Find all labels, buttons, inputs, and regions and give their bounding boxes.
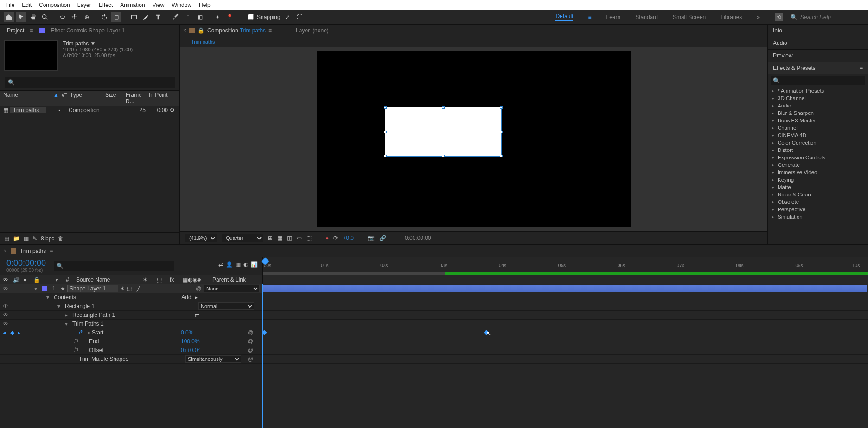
snapping-checkbox[interactable] xyxy=(248,14,254,20)
switch-icon-fx[interactable]: fx xyxy=(170,277,179,283)
keynav-prev[interactable]: ◂ xyxy=(3,329,8,336)
zoom-select[interactable]: (41.9%) xyxy=(185,234,217,242)
graph-editor-icon[interactable]: 📊 xyxy=(251,261,258,268)
twirl-icon[interactable]: ▾ xyxy=(57,303,63,309)
stopwatch-icon[interactable]: ⏱ xyxy=(73,347,80,353)
viewer-timecode[interactable]: 0:00:00:00 xyxy=(405,235,431,241)
blend-mode-select[interactable]: Normal xyxy=(198,302,254,310)
preset-boris[interactable]: Boris FX Mocha xyxy=(770,117,868,124)
snap-opt1-icon[interactable]: ⤢ xyxy=(282,12,293,22)
menu-animation[interactable]: Animation xyxy=(116,1,148,9)
menu-composition[interactable]: Composition xyxy=(35,1,74,9)
vf-mask-icon[interactable]: ◫ xyxy=(287,235,292,241)
ws-more-icon[interactable]: » xyxy=(757,14,760,20)
handle-tl[interactable] xyxy=(384,106,387,109)
switch-icon-2[interactable]: ⬚ xyxy=(157,277,166,283)
snapping-toggle[interactable]: Snapping ⤢ ⛶ xyxy=(248,12,305,22)
bpc-label[interactable]: 8 bpc xyxy=(41,235,54,242)
preset-3dchannel[interactable]: 3D Channel xyxy=(770,94,868,102)
effects-presets-title[interactable]: Effects & Presets xyxy=(773,65,816,71)
zoom-tool[interactable] xyxy=(40,12,50,22)
eye-toggle[interactable]: 👁 xyxy=(3,285,9,292)
col-parent[interactable]: Parent & Link xyxy=(212,277,246,283)
comp-dropdown-icon[interactable]: ▼ xyxy=(90,40,96,47)
help-search[interactable]: 🔍 xyxy=(788,13,859,21)
comp-title[interactable]: Trim paths xyxy=(63,40,89,47)
menu-file[interactable]: File xyxy=(2,1,18,9)
col-tag-icon[interactable]: 🏷 xyxy=(62,92,70,105)
preset-c4d[interactable]: CINEMA 4D xyxy=(770,132,868,139)
work-area[interactable] xyxy=(263,272,868,275)
preset-obsolete[interactable]: Obsolete xyxy=(770,198,868,206)
stopwatch-icon[interactable]: ⏱ xyxy=(79,329,85,336)
layer-color[interactable] xyxy=(42,286,47,291)
ws-libraries[interactable]: Libraries xyxy=(721,14,742,20)
vf-icon2[interactable]: ▦ xyxy=(277,235,282,241)
panel-menu-icon[interactable]: ≡ xyxy=(30,27,33,34)
col-index[interactable]: # xyxy=(66,277,72,283)
preset-immersive[interactable]: Immersive Video xyxy=(770,169,868,176)
stopwatch-icon[interactable]: ⏱ xyxy=(73,338,80,345)
vf-icon4[interactable]: ▭ xyxy=(297,235,302,241)
time-ruler[interactable]: 00s 01s 02s 03s 04s 05s 06s 07s 08s 09s … xyxy=(263,257,868,275)
handle-mr[interactable] xyxy=(500,131,503,133)
preset-matte[interactable]: Matte xyxy=(770,183,868,191)
panel-info[interactable]: Info xyxy=(768,25,868,37)
vf-refresh-icon[interactable]: ⟳ xyxy=(333,235,338,241)
vf-channels-icon[interactable]: ● xyxy=(326,235,329,241)
flowchart-comp[interactable]: Trim paths xyxy=(187,38,219,45)
row-trimpaths[interactable]: 👁 ▾ Trim Paths 1 xyxy=(0,320,262,328)
handle-ml[interactable] xyxy=(384,131,387,133)
expr-icon[interactable]: ⩳ xyxy=(87,329,90,336)
roto-tool[interactable]: ✦ xyxy=(212,12,223,22)
audio-col-icon[interactable]: 🔊 xyxy=(13,277,19,283)
menubar[interactable]: File Edit Composition Layer Effect Anima… xyxy=(0,0,868,10)
col-type[interactable]: Type xyxy=(70,92,105,105)
ws-menu-icon[interactable]: ≡ xyxy=(588,14,591,20)
twirl-icon[interactable]: ▾ xyxy=(34,285,40,292)
close-tab-icon[interactable]: × xyxy=(183,27,186,34)
ws-default[interactable]: Default xyxy=(555,13,573,21)
snap-opt2-icon[interactable]: ⛶ xyxy=(294,12,305,22)
row-rectpath[interactable]: 👁 ▸ Rectangle Path 1 ⇄ xyxy=(0,311,262,320)
orbit-tool[interactable] xyxy=(57,12,68,22)
solo-col-icon[interactable]: ● xyxy=(23,277,30,283)
twirl-icon[interactable]: ▾ xyxy=(65,321,70,327)
anchor-tool[interactable]: ⊕ xyxy=(82,12,92,22)
tl-opt-icon[interactable]: ⇄ xyxy=(218,261,223,268)
col-inpoint[interactable]: In Point xyxy=(149,92,168,105)
col-size[interactable]: Size xyxy=(105,92,126,105)
handle-bl[interactable] xyxy=(384,155,387,157)
row-end[interactable]: ⏱ End 100.0% @ xyxy=(0,337,262,346)
rect-tool[interactable] xyxy=(129,12,139,22)
menu-effect[interactable]: Effect xyxy=(95,1,116,9)
keyframe-start-0[interactable] xyxy=(262,330,267,335)
composition-canvas[interactable] xyxy=(317,51,631,227)
preset-generate[interactable]: Generate xyxy=(770,161,868,169)
col-source[interactable]: Source Name xyxy=(76,277,139,283)
panel-preview[interactable]: Preview xyxy=(768,50,868,62)
composition-viewer[interactable] xyxy=(180,47,767,231)
puppet-tool[interactable]: 📍 xyxy=(224,12,235,22)
timeline-search[interactable]: 🔍 xyxy=(54,261,174,271)
eye-toggle[interactable]: 👁 xyxy=(3,312,9,318)
layer-tab-label[interactable]: Layer xyxy=(296,27,310,34)
twirl-icon[interactable]: ▾ xyxy=(46,294,52,301)
row-multi[interactable]: Trim Mu...le Shapes Simultaneously @ xyxy=(0,355,262,364)
add-button[interactable]: ▸ xyxy=(195,294,198,301)
exposure-value[interactable]: +0.0 xyxy=(343,235,354,241)
item-name[interactable]: Trim paths xyxy=(10,107,46,113)
start-value[interactable]: 0.0% xyxy=(181,329,209,336)
eye-toggle[interactable]: 👁 xyxy=(3,303,9,309)
row-start[interactable]: ◂ ◆ ▸ ⏱ ⩳ Start 0.0% @ xyxy=(0,328,262,337)
col-sort-icon[interactable]: ▲ xyxy=(53,92,62,105)
tab-effect-controls[interactable]: Effect Controls Shape Layer 1 xyxy=(47,25,128,36)
handle-br[interactable] xyxy=(500,155,503,157)
project-search[interactable]: 🔍 xyxy=(5,77,175,88)
hand-tool[interactable] xyxy=(28,12,38,22)
sw-1[interactable]: ✶ xyxy=(120,285,125,292)
col-name[interactable]: Name xyxy=(3,92,53,105)
direction-icon[interactable]: ⇄ xyxy=(195,312,213,318)
preset-animation[interactable]: * Animation Presets xyxy=(770,87,868,94)
parent-select[interactable]: None xyxy=(204,285,260,292)
